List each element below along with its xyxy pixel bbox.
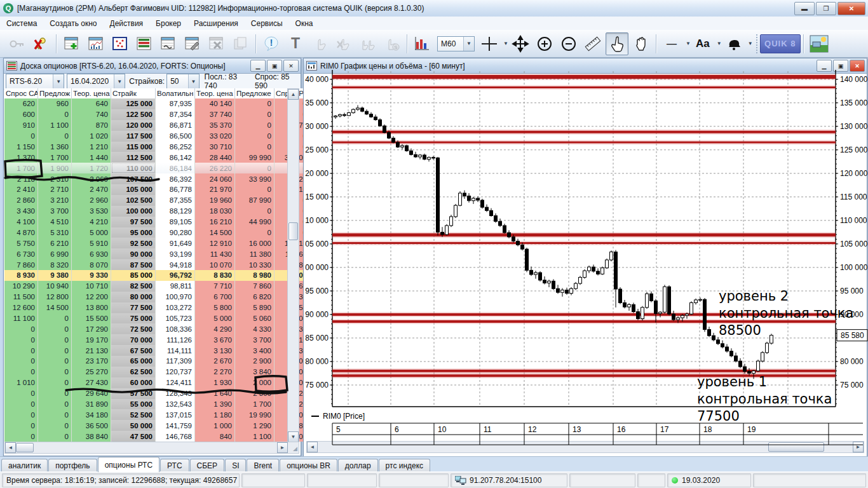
option-row-105000[interactable]: 2 4102 7102 470105 00086,77821 97009 510 <box>4 184 310 195</box>
options-table[interactable]: Спрос САПредложТеор. ценаСтрайкВолатильн… <box>4 88 310 442</box>
option-row-90000[interactable]: 6 7306 9906 93090 00093,19911 43011 3801… <box>4 248 310 259</box>
option-row-60000[interactable]: 1 010027 43060 000124,4111 9302 0001 800 <box>4 377 310 388</box>
options-hscroll-thumb[interactable] <box>16 443 34 452</box>
option-row-87500[interactable]: 7 8608 3208 07087 50094,91810 07010 3309… <box>4 259 310 270</box>
option-row-62500[interactable]: 0025 27062 500120,7372 2703 8401 500 <box>4 367 310 377</box>
chart-horizontal-scrollbar[interactable]: ◄ ► <box>306 441 864 453</box>
zoom-in-icon[interactable] <box>533 32 556 55</box>
option-row-52500[interactable]: 0034 18052 500137,0151 18019 9901 000 <box>4 409 310 420</box>
line-style-icon[interactable]: — <box>660 32 683 55</box>
trades-table-icon[interactable] <box>157 32 180 55</box>
instrument-select[interactable]: RTS-6.20▼ <box>6 74 64 89</box>
option-row-55000[interactable]: 0031 89055 000132,5431 3901 7001 120 <box>4 399 310 410</box>
restore-button[interactable]: ❐ <box>816 2 836 15</box>
crosshair-dropdown-arrow-icon[interactable]: ▼ <box>503 41 508 46</box>
option-row-115000[interactable]: 1 1501 3601 210115 00086,25230 71000 <box>4 142 310 152</box>
option-row-122500[interactable]: 6000740122 50087,35437 74000 <box>4 109 310 120</box>
workspace-tab-2[interactable]: портфель <box>48 459 97 472</box>
move-chart-icon[interactable] <box>509 32 532 55</box>
chart-minimize-button[interactable]: ▁ <box>817 60 832 72</box>
workspace-tab-4[interactable]: РТС <box>160 459 189 472</box>
new-table-icon[interactable] <box>60 32 83 55</box>
crosshair-icon[interactable] <box>478 32 501 55</box>
edit-table-icon[interactable] <box>181 32 204 55</box>
option-row-77500[interactable]: 12 60014 50013 80077 500103,2725 8005 89… <box>4 302 310 313</box>
font-style-dropdown-arrow-icon[interactable]: ▼ <box>717 41 722 46</box>
option-row-57500[interactable]: 0029 64057 500128,3431 6402 300520 <box>4 388 310 399</box>
font-style-icon[interactable]: Aa <box>691 32 714 55</box>
pan-hand-icon[interactable] <box>630 32 653 55</box>
resize-grip-icon[interactable]: ◢ <box>293 445 297 452</box>
zoom-out-icon[interactable] <box>557 32 580 55</box>
column-header-4[interactable]: Волатильн <box>156 88 195 98</box>
option-row-70000[interactable]: 0019 17070 000111,1263 6703 7003 610 <box>4 334 310 345</box>
option-row-125000[interactable]: 620960640125 00087,93540 14000 <box>4 98 310 109</box>
option-row-100000[interactable]: 3 4303 7003 530100 00088,12918 03000 <box>4 206 310 217</box>
workspace-tab-9[interactable]: доллар <box>338 459 378 472</box>
column-header-5[interactable]: Теор. цена <box>195 88 235 98</box>
options-board-titlebar[interactable]: Доска опционов [RTS-6.20, 16.04.2020, FO… <box>4 58 301 74</box>
option-row-120000[interactable]: 9101 100870120 00086,87135 37001 670 <box>4 120 310 131</box>
line-style-dropdown-arrow-icon[interactable]: ▼ <box>686 41 691 46</box>
option-row-95000[interactable]: 4 8705 3105 00095 00090,28014 50000 <box>4 227 310 238</box>
menu-4[interactable]: Брокер <box>149 18 187 29</box>
chart-type-icon[interactable] <box>411 32 434 55</box>
chart-hscroll-thumb[interactable] <box>768 442 824 452</box>
options-restore-button[interactable]: ▣ <box>267 60 282 72</box>
options-horizontal-scrollbar[interactable]: ◄ ► ◢ <box>4 442 299 454</box>
notifications-icon[interactable]: ! <box>260 32 283 55</box>
workspace-tab-5[interactable]: СБЕР <box>190 459 225 472</box>
option-row-92500[interactable]: 5 7506 2105 91092 50091,64912 91016 0001… <box>4 238 310 248</box>
workspace-tab-1[interactable]: аналитик <box>1 459 48 472</box>
option-row-47500[interactable]: 0038 84047 500146,7688401 100600 <box>4 431 310 442</box>
column-header-3[interactable]: Страйк <box>111 88 156 98</box>
menu-2[interactable]: Создать окно <box>43 18 103 29</box>
option-row-85000[interactable]: 8 9309 3809 33085 00096,7928 8308 9808 5… <box>4 270 310 281</box>
alerts-dropdown-arrow-icon[interactable]: ▼ <box>748 41 753 46</box>
workspace-tab-8[interactable]: опционы BR <box>280 459 337 472</box>
option-row-107500[interactable]: 2 1102 3102 060107 50086,39224 06033 990… <box>4 173 310 184</box>
options-minimize-button[interactable]: ▁ <box>250 60 266 72</box>
options-vertical-scrollbar[interactable]: ▲ ▼ <box>287 88 299 443</box>
new-chart-icon[interactable] <box>85 32 107 55</box>
option-row-82500[interactable]: 10 29010 94010 71082 50098,8117 7107 860… <box>4 281 310 292</box>
scroll-down-arrow-icon[interactable]: ▼ <box>288 431 299 442</box>
option-row-65000[interactable]: 0023 17065 000117,3092 6702 9002 500 <box>4 356 310 367</box>
scroll-up-arrow-icon[interactable]: ▲ <box>288 89 299 100</box>
menu-3[interactable]: Действия <box>104 18 150 29</box>
table-header-row[interactable]: Спрос САПредложТеор. ценаСтрайкВолатильн… <box>4 88 310 98</box>
disconnect-key-icon[interactable] <box>30 32 53 55</box>
column-header-1[interactable]: Предлож <box>38 88 72 98</box>
option-row-97500[interactable]: 4 1004 5104 21097 50089,10516 21044 9900 <box>4 217 310 227</box>
options-vscroll-thumb[interactable] <box>288 222 298 240</box>
strikes-count-select[interactable]: 50▼ <box>166 74 199 89</box>
landscape-icon[interactable] <box>808 32 831 55</box>
menu-7[interactable]: Окна <box>289 18 320 29</box>
workspace-tab-3[interactable]: опционы РТС <box>98 457 159 472</box>
column-header-0[interactable]: Спрос СА <box>4 88 38 98</box>
option-row-112500[interactable]: 1 3701 7001 440112 50086,14228 44099 990… <box>4 152 310 163</box>
new-scatter-icon[interactable] <box>109 32 132 55</box>
ruler-icon[interactable] <box>581 32 604 55</box>
close-button[interactable]: ✕ <box>837 2 865 15</box>
column-header-2[interactable]: Теор. цена <box>72 88 111 98</box>
expiry-date-select[interactable]: 16.04.2020▼ <box>67 74 125 89</box>
option-row-102500[interactable]: 2 8603 2102 960102 50087,35519 96087 990… <box>4 195 310 206</box>
option-row-67500[interactable]: 0021 13067 500114,1113 1303 4002 030 <box>4 345 310 356</box>
option-row-110000[interactable]: 1 7001 9001 720110 00086,18426 22000 <box>4 163 310 173</box>
minimize-button[interactable]: ▬ <box>794 2 815 15</box>
option-row-72500[interactable]: 0017 29072 500108,3364 2904 3303 930 <box>4 323 310 334</box>
menu-6[interactable]: Сервисы <box>245 18 289 29</box>
quik8-button[interactable]: QUIK 8 <box>760 34 801 53</box>
workspace-tab-10[interactable]: ртс индекс <box>379 459 431 472</box>
scroll-right-arrow-icon[interactable]: ► <box>853 442 864 452</box>
scroll-left-arrow-icon[interactable]: ◄ <box>307 442 318 452</box>
chart-restore-button[interactable]: ▣ <box>833 60 848 72</box>
quotes-table-icon[interactable] <box>133 32 156 55</box>
chart-titlebar[interactable]: RIM0 График цены и объёма - [60 минут] ▁… <box>304 58 867 74</box>
workspace-tab-6[interactable]: SI <box>225 459 246 472</box>
pointer-hand-icon[interactable] <box>606 32 628 55</box>
column-header-6[interactable]: Предложе <box>235 88 275 98</box>
workspace-tab-7[interactable]: Brent <box>247 459 279 472</box>
menu-5[interactable]: Расширения <box>187 18 245 29</box>
